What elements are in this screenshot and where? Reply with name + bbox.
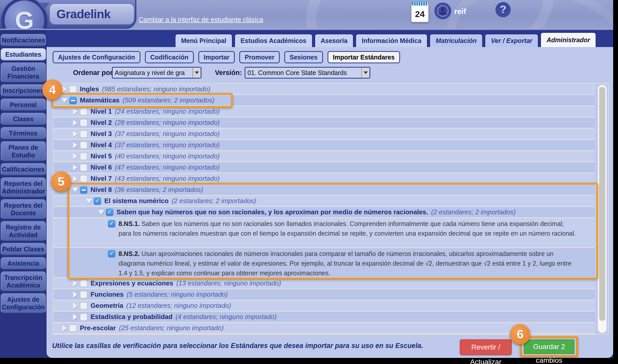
subtab-ajustes-de-configuraci-n[interactable]: Ajustes de Configuración (53, 51, 140, 63)
sidebar-item-notificaciones[interactable]: Notificaciones (1, 34, 46, 46)
tree-row[interactable]: Nivel 3(37 estandares; ninguno importado… (53, 129, 595, 140)
scrollbar-track[interactable] (598, 85, 607, 333)
tab-informaci-n-m-dica[interactable]: Información Médica (356, 34, 428, 47)
tab-men-principal[interactable]: Menú Principal (175, 34, 232, 47)
expand-triangle-icon[interactable] (71, 142, 80, 148)
expand-triangle-icon[interactable] (71, 175, 80, 182)
expand-triangle-icon[interactable] (71, 164, 80, 171)
revert-refresh-button[interactable]: Revertir / Actualizar (460, 339, 512, 355)
row-checkbox-unchecked[interactable] (80, 164, 87, 171)
subtab-codificaci-n[interactable]: Codificación (145, 51, 194, 63)
sidebar-item-t-rminos[interactable]: Términos (1, 127, 46, 139)
sidebar-item-gesti-n-financiera[interactable]: Gestión Financiera (1, 63, 46, 82)
collapse-triangle-icon[interactable] (97, 210, 106, 215)
expand-triangle-icon[interactable] (71, 302, 80, 309)
version-select[interactable]: 01. Common Core State Standards (245, 67, 370, 79)
standard-text: 8.NS.1. Saben que los números que no son… (119, 219, 595, 238)
sidebar-item-asistencia[interactable]: Asistencia (1, 257, 46, 269)
expand-triangle-icon[interactable] (71, 153, 80, 160)
tree-row[interactable]: Nivel 7(43 estandares; ninguno importado… (53, 173, 595, 185)
tree-row[interactable]: Funciones(5 estandares; ninguno importad… (53, 289, 595, 300)
row-checkbox-unchecked[interactable] (80, 313, 87, 321)
row-checkbox-indeterminate[interactable] (80, 186, 87, 194)
sidebar-item-trancripci-n-acad-mica[interactable]: Trancripción Académica (1, 271, 46, 291)
row-label: Funciones (91, 291, 124, 298)
row-checkbox-unchecked[interactable] (80, 119, 87, 127)
row-checkbox-checked[interactable] (94, 197, 101, 205)
sidebar-item-planes-de-estudio[interactable]: Planes de Estudio (1, 141, 46, 161)
sidebar-item-registro-de-actividad[interactable]: Registro de Actividad (1, 221, 46, 241)
expand-triangle-icon[interactable] (71, 291, 80, 298)
scrollbar-thumb[interactable] (599, 87, 605, 321)
row-checkbox-unchecked[interactable] (80, 153, 87, 160)
tree-row[interactable]: Nivel 5(40 estandares; ninguno importado… (53, 151, 595, 162)
row-checkbox-unchecked[interactable] (69, 85, 77, 93)
subtab-sesiones[interactable]: Sesiones (284, 51, 323, 63)
row-label: Nivel 4 (91, 141, 112, 149)
tree-row[interactable]: Expresiones y ecuaciones(13 estandares; … (53, 278, 595, 289)
tree-row[interactable]: 8.NS.1. Saben que los números que no son… (53, 218, 595, 248)
expand-triangle-icon[interactable] (71, 108, 80, 115)
tree-row[interactable]: Nivel 1(24 estandares; ninguno importado… (53, 106, 595, 117)
row-checkbox-unchecked[interactable] (80, 302, 87, 310)
subtab-importar[interactable]: Importar (198, 51, 235, 63)
save-changes-button[interactable]: Guardar 2 cambios (524, 339, 575, 354)
sidebar-item-calificaciones[interactable]: Calificaciones (1, 163, 46, 175)
row-checkbox-checked[interactable] (108, 250, 115, 257)
user-avatar-icon[interactable] (434, 3, 451, 19)
sidebar-item-poblar-clases[interactable]: Poblar Clases (1, 243, 46, 255)
sidebar-item-reportes-del-docente[interactable]: Reportes del Docente (1, 199, 46, 219)
collapse-triangle-icon[interactable] (84, 199, 94, 203)
expand-triangle-icon[interactable] (60, 86, 69, 93)
row-checkbox-unchecked[interactable] (80, 130, 87, 138)
tree-row[interactable]: Saben que hay números que no son raciona… (53, 207, 595, 218)
tab-administrador[interactable]: Administrador (540, 32, 596, 47)
tab-estudios-acad-micos[interactable]: Estudios Académicos (234, 34, 313, 47)
subtab-importar-est-ndares[interactable]: Importar Estándares (328, 51, 400, 63)
order-by-select[interactable]: Asignatura y nivel de gra (112, 67, 201, 79)
row-checkbox-unchecked[interactable] (80, 141, 87, 149)
row-checkbox-checked[interactable] (106, 208, 113, 216)
row-label: Nivel 6 (91, 163, 112, 171)
tree-row[interactable]: Nivel 6(47 estandares; ninguno importado… (53, 162, 595, 173)
expand-triangle-icon[interactable] (71, 314, 80, 320)
sidebar-item-estudiantes[interactable]: Estudiantes (1, 48, 46, 60)
tab-matriculaci-n[interactable]: Matriculación (430, 34, 483, 47)
tree-row[interactable]: Ingles(985 estandares; ninguno importado… (53, 84, 595, 95)
expand-triangle-icon[interactable] (60, 325, 69, 331)
collapse-triangle-icon[interactable] (60, 98, 69, 103)
tree-row[interactable]: 8.NS.2. Usan aproximaciones racionales d… (53, 248, 595, 278)
row-checkbox-unchecked[interactable] (69, 324, 77, 332)
sidebar-item-personal[interactable]: Personal (1, 99, 46, 111)
tree-row[interactable]: Geometría(12 estandares; ninguno importa… (53, 300, 595, 312)
calendar-icon[interactable]: 24 (411, 3, 429, 22)
row-checkbox-checked[interactable] (108, 220, 115, 227)
tree-row[interactable]: Pre-escolar(25 estandares; ninguno impor… (53, 323, 595, 334)
row-checkbox-unchecked[interactable] (80, 175, 87, 183)
tree-row[interactable]: Nivel 4(37 estandares; ninguno importado… (53, 140, 595, 151)
calendar-day: 24 (411, 9, 428, 19)
tree-row[interactable]: El sistema numérico(2 estandares; 2 impo… (53, 196, 595, 207)
row-checkbox-unchecked[interactable] (80, 108, 87, 115)
tree-row[interactable]: Nivel 8(36 estandares; 2 importados) (53, 185, 595, 196)
row-checkbox-unchecked[interactable] (80, 291, 87, 298)
sidebar-item-clases[interactable]: Clases (1, 113, 46, 125)
tab-asesor-a[interactable]: Asesoría (315, 34, 354, 47)
expand-triangle-icon[interactable] (71, 119, 80, 126)
help-icon[interactable]: ? (495, 2, 511, 17)
row-count: (25 estandares; ninguno importado) (119, 324, 224, 332)
tree-row[interactable]: Estadística y probabilidad(4 estandares;… (53, 312, 595, 323)
collapse-triangle-icon[interactable] (71, 188, 80, 192)
sidebar-item-inscripciones[interactable]: Inscripciones (1, 84, 46, 97)
tree-row[interactable]: Nivel 2(28 estandares; ninguno importado… (53, 117, 595, 129)
expand-triangle-icon[interactable] (71, 131, 80, 137)
tab-ver-exportar[interactable]: Ver / Exportar (485, 34, 538, 47)
row-checkbox-indeterminate[interactable] (69, 97, 77, 104)
sidebar-item-ajustes-de-configuraci-n[interactable]: Ajustes de Configuración (1, 293, 46, 313)
row-checkbox-unchecked[interactable] (80, 280, 87, 287)
tree-row[interactable]: Matemáticas(509 estandares; 2 importados… (53, 95, 595, 106)
subtab-promover[interactable]: Promover (239, 51, 280, 63)
expand-triangle-icon[interactable] (71, 280, 80, 287)
switch-interface-link[interactable]: Cambiar a la interfaz de estudiante clás… (139, 16, 263, 24)
sidebar-item-reportes-del-administrador[interactable]: Reportes del Administrador (1, 177, 46, 197)
